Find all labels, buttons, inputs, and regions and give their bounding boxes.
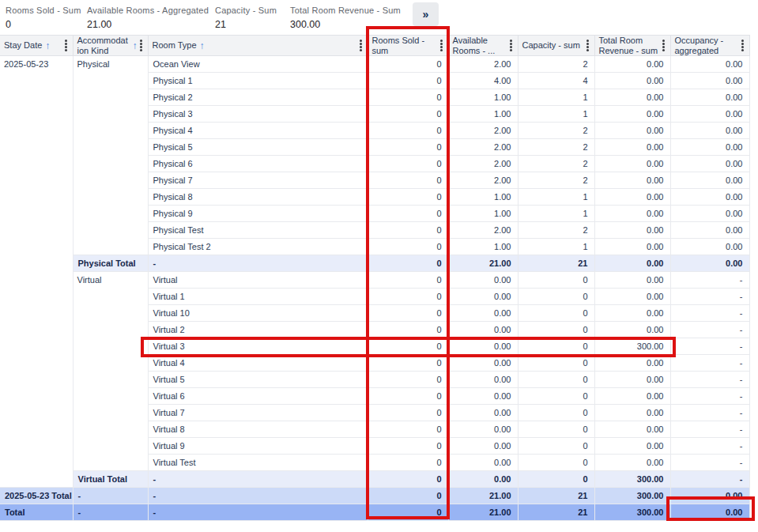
value-cell: 4.00: [448, 73, 518, 89]
value-cell: 0.00: [594, 89, 670, 106]
room-type-cell: Virtual 1: [148, 289, 368, 305]
column-header-capacity-sum[interactable]: Capacity - sum: [518, 36, 594, 56]
room-type-cell: Physical 6: [148, 156, 368, 172]
column-menu-icon[interactable]: [662, 40, 665, 51]
value-cell: 0.00: [594, 289, 670, 305]
value-cell: 0: [368, 222, 448, 239]
value-cell: 2: [518, 139, 594, 156]
room-type-cell: Virtual: [148, 272, 368, 289]
value-cell: 0: [368, 322, 448, 338]
value-cell: -: [670, 289, 749, 305]
header-row: Stay Date↑Accommodation Kind↑Room Type↑R…: [0, 36, 749, 56]
value-cell: 300.00: [594, 488, 670, 504]
column-menu-icon[interactable]: [360, 40, 362, 51]
value-cell: 0.00: [594, 455, 670, 471]
column-menu-icon[interactable]: [65, 40, 67, 51]
value-cell: 0: [368, 106, 448, 123]
column-header-available-rooms[interactable]: Available Rooms - ...: [448, 36, 518, 56]
metric-value: 0: [6, 19, 81, 30]
value-cell: 0.00: [594, 322, 670, 338]
value-cell: 2: [518, 123, 594, 139]
column-header-occupancy-aggregated[interactable]: Occupancy - aggregated: [670, 36, 749, 56]
table-row: Total--021.0021300.000.00: [0, 504, 749, 521]
value-cell: 2.00: [448, 123, 518, 139]
value-cell: 0: [368, 438, 448, 455]
value-cell: 0.00: [670, 139, 749, 156]
value-cell: -: [670, 272, 749, 289]
column-header-room-type[interactable]: Room Type↑: [148, 36, 368, 56]
table-row: Virtual Total-00.000300.00-: [0, 471, 749, 488]
value-cell: 1.00: [448, 89, 518, 106]
value-cell: 1.00: [448, 189, 518, 206]
value-cell: 0.00: [594, 56, 670, 73]
value-cell: 0.00: [670, 255, 749, 272]
value-cell: -: [670, 405, 749, 421]
column-menu-icon[interactable]: [440, 40, 443, 51]
value-cell: 0.00: [594, 388, 670, 405]
value-cell: 1: [518, 239, 594, 255]
value-cell: 0: [518, 289, 594, 305]
value-cell: 4: [518, 73, 594, 89]
column-menu-icon[interactable]: [140, 40, 142, 51]
accommodation-kind-cell: Virtual: [73, 272, 148, 471]
value-cell: 21: [518, 488, 594, 504]
column-label: Capacity - sum: [522, 40, 580, 51]
metric-label: Available Rooms - Aggregated: [87, 6, 209, 15]
column-menu-icon[interactable]: [510, 40, 512, 51]
value-cell: 0.00: [594, 305, 670, 322]
column-header-accommodation-kind[interactable]: Accommodation Kind↑: [73, 36, 148, 56]
value-cell: 0: [518, 405, 594, 421]
value-cell: 0.00: [670, 488, 749, 504]
value-cell: 1: [518, 89, 594, 106]
value-cell: 21: [518, 255, 594, 272]
value-cell: 0: [368, 289, 448, 305]
room-type-cell: Virtual 7: [148, 405, 368, 421]
table-row: Physical Total-021.00210.000.00: [0, 255, 749, 272]
value-cell: 0.00: [594, 405, 670, 421]
value-cell: 0: [368, 89, 448, 106]
value-cell: 0.00: [594, 438, 670, 455]
column-header-rooms-sold-sum[interactable]: Rooms Sold - sum: [368, 36, 448, 56]
value-cell: 0: [368, 504, 448, 521]
value-cell: -: [670, 372, 749, 388]
value-cell: 0.00: [594, 355, 670, 372]
value-cell: 2: [518, 156, 594, 172]
column-label: Accommodation Kind: [77, 36, 130, 55]
accommodation-kind-cell: Physical Total: [73, 255, 148, 272]
room-type-cell: -: [148, 488, 368, 504]
value-cell: 2.00: [448, 56, 518, 73]
value-cell: -: [670, 322, 749, 338]
value-cell: -: [670, 421, 749, 438]
value-cell: 0.00: [670, 189, 749, 206]
value-cell: 0.00: [448, 455, 518, 471]
value-cell: 21.00: [448, 504, 518, 521]
value-cell: 0: [368, 123, 448, 139]
column-menu-icon[interactable]: [741, 40, 744, 51]
column-header-stay-date[interactable]: Stay Date↑: [0, 36, 73, 56]
metric-total-room-revenue: Total Room Revenue - Sum 300.00: [290, 6, 401, 30]
value-cell: -: [670, 455, 749, 471]
value-cell: 0: [368, 471, 448, 488]
value-cell: 0: [368, 421, 448, 438]
room-type-cell: Physical 5: [148, 139, 368, 156]
column-menu-icon[interactable]: [586, 40, 589, 51]
value-cell: 0.00: [670, 504, 749, 521]
room-type-cell: Virtual 6: [148, 388, 368, 405]
value-cell: 0.00: [594, 272, 670, 289]
value-cell: 2.00: [448, 172, 518, 189]
value-cell: 0.00: [448, 372, 518, 388]
value-cell: 21.00: [448, 255, 518, 272]
stay-date-cell: 2025-05-23: [0, 56, 73, 488]
value-cell: 0.00: [670, 206, 749, 222]
value-cell: 0.00: [670, 123, 749, 139]
value-cell: 21: [518, 504, 594, 521]
stay-date-cell: 2025-05-23 Total: [0, 488, 73, 504]
room-type-cell: Virtual 8: [148, 421, 368, 438]
expand-metrics-button[interactable]: »: [413, 2, 439, 26]
value-cell: 0: [518, 372, 594, 388]
value-cell: 0: [368, 372, 448, 388]
value-cell: 0: [518, 272, 594, 289]
column-header-total-room-revenue-sum[interactable]: Total Room Revenue - sum: [594, 36, 670, 56]
value-cell: 0: [368, 56, 448, 73]
room-type-cell: -: [148, 504, 368, 521]
